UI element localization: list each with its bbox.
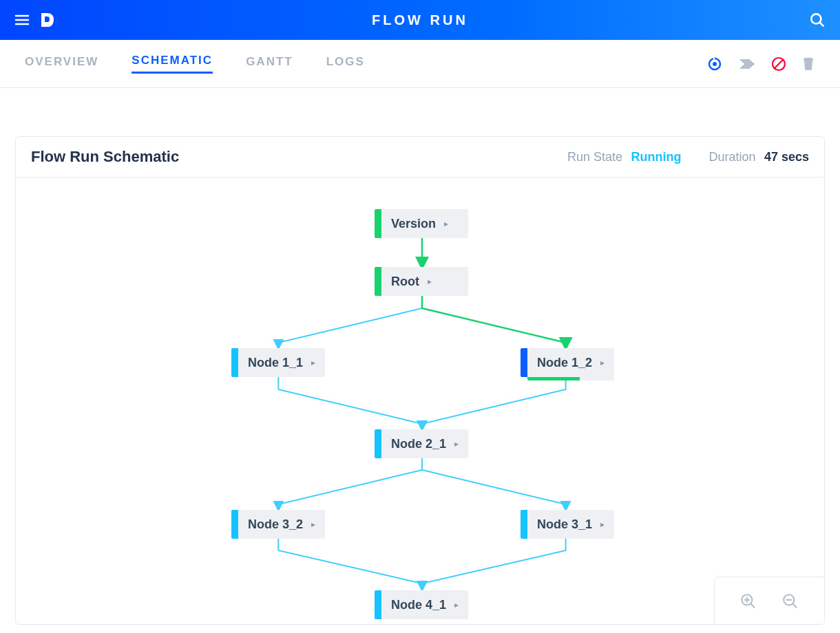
node-label: Node 2_1 <box>381 437 452 451</box>
tab-schematic[interactable]: SCHEMATIC <box>132 54 213 74</box>
zoom-in-icon[interactable] <box>739 592 757 610</box>
node-1-1[interactable]: Node 1_1 ▸ <box>231 348 325 377</box>
tab-logs[interactable]: LOGS <box>326 55 365 73</box>
run-state: Run State Running <box>567 150 682 164</box>
node-2-1[interactable]: Node 2_1 ▸ <box>375 429 468 458</box>
duration-value: 47 secs <box>764 150 809 164</box>
node-label: Root <box>381 275 425 289</box>
run-state-label: Run State <box>567 150 622 164</box>
brand-logo-icon[interactable] <box>40 10 55 30</box>
status-accent-success <box>375 209 381 238</box>
svg-point-0 <box>811 14 821 23</box>
hamburger-menu-icon[interactable] <box>14 12 30 28</box>
chevron-right-icon: ▸ <box>600 519 605 529</box>
node-3-2[interactable]: Node 3_2 ▸ <box>231 510 325 539</box>
node-label: Node 3_1 <box>527 517 598 532</box>
node-label: Node 1_1 <box>238 356 308 370</box>
chevron-right-icon: ▸ <box>428 277 432 286</box>
node-label: Node 3_2 <box>238 517 308 532</box>
chevron-right-icon: ▸ <box>600 358 605 367</box>
node-3-1[interactable]: Node 3_1 ▸ <box>521 510 614 539</box>
schematic-canvas[interactable]: Version ▸ Root ▸ Node 1_1 ▸ Node 1_2 ▸ N… <box>16 178 824 625</box>
chevron-right-icon: ▸ <box>311 519 315 529</box>
cancel-icon[interactable] <box>771 56 786 72</box>
node-4-1[interactable]: Node 4_1 ▸ <box>375 590 468 619</box>
tab-overview[interactable]: OVERVIEW <box>25 55 98 73</box>
trash-icon[interactable] <box>801 56 815 72</box>
chevron-right-icon: ▸ <box>454 439 459 449</box>
restart-icon[interactable] <box>706 56 723 72</box>
svg-point-2 <box>713 62 717 66</box>
node-1-2[interactable]: Node 1_2 ▸ <box>521 348 614 377</box>
duration: Duration 47 secs <box>708 150 809 164</box>
node-label: Node 4_1 <box>381 598 452 612</box>
zoom-controls <box>714 577 824 625</box>
progress-bar <box>527 377 614 380</box>
card-title: Flow Run Schematic <box>31 148 540 166</box>
status-accent-running <box>521 348 527 377</box>
status-accent-success <box>375 267 381 296</box>
run-state-value: Running <box>631 150 681 164</box>
status-accent-pending <box>375 590 381 619</box>
tab-gantt[interactable]: GANTT <box>246 55 293 73</box>
node-version[interactable]: Version ▸ <box>375 209 468 238</box>
status-accent-pending <box>375 429 381 458</box>
status-accent-pending <box>521 510 527 539</box>
status-accent-pending <box>231 510 238 539</box>
zoom-out-icon[interactable] <box>781 592 799 610</box>
status-accent-pending <box>231 348 238 377</box>
node-root[interactable]: Root ▸ <box>375 267 468 296</box>
chevron-right-icon: ▸ <box>311 358 315 367</box>
chevron-right-icon: ▸ <box>454 600 459 610</box>
forward-arrow-icon[interactable] <box>738 57 756 71</box>
chevron-right-icon: ▸ <box>444 219 448 228</box>
page-title: FLOW RUN <box>372 12 468 28</box>
search-icon[interactable] <box>808 11 826 29</box>
duration-label: Duration <box>708 150 755 164</box>
node-label: Version <box>381 217 441 231</box>
node-label: Node 1_2 <box>527 356 598 370</box>
